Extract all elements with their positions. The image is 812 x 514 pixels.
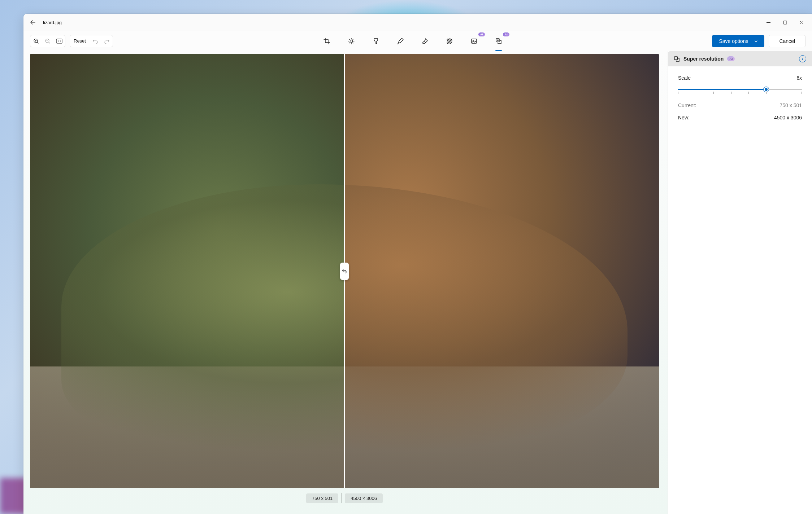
zoom-actual-button[interactable]: 1:1 — [53, 35, 65, 47]
new-label: New: — [678, 115, 690, 120]
super-resolution-tool[interactable]: AI — [491, 34, 507, 48]
info-button[interactable]: i — [799, 55, 806, 62]
toolbar: 1:1 Reset — [23, 31, 812, 51]
cancel-button-label: Cancel — [779, 38, 795, 44]
svg-text:1:1: 1:1 — [57, 40, 61, 43]
original-dimensions: 750 x 501 — [306, 493, 338, 503]
scale-slider[interactable] — [678, 85, 802, 94]
new-size-row: New: 4500 x 3006 — [678, 115, 802, 120]
new-value: 4500 x 3006 — [774, 115, 802, 120]
image-ai-icon — [471, 38, 477, 44]
svg-rect-0 — [783, 21, 787, 24]
zoom-out-button[interactable] — [42, 35, 53, 47]
panel-header: Super resolution AI i — [668, 51, 812, 66]
redo-icon — [104, 38, 110, 44]
crop-icon — [324, 38, 330, 44]
compare-handle[interactable] — [340, 263, 349, 280]
filter-icon — [373, 38, 379, 44]
markup-tool[interactable] — [392, 34, 408, 48]
dimension-labels: 750 x 501 4500 × 3006 — [30, 491, 659, 505]
zoom-group: 1:1 — [30, 35, 65, 47]
current-size-row: Current: 750 x 501 — [678, 102, 802, 108]
arrow-left-icon — [30, 19, 36, 25]
filter-tool[interactable] — [368, 34, 384, 48]
svg-point-5 — [350, 40, 352, 42]
maximize-button[interactable] — [777, 17, 793, 28]
save-button-label: Save options — [719, 38, 748, 44]
undo-button[interactable] — [90, 35, 101, 47]
pen-icon — [397, 38, 404, 44]
eraser-icon — [422, 38, 428, 44]
scale-label: Scale — [678, 75, 691, 81]
side-panel: Super resolution AI i Scale 6x — [668, 51, 812, 514]
super-resolution-icon — [495, 38, 502, 44]
zoom-out-icon — [45, 38, 51, 44]
ai-badge: AI — [478, 32, 485, 36]
redo-button[interactable] — [101, 35, 113, 47]
swap-icon — [342, 268, 347, 274]
filename-label: lizard.jpg — [43, 20, 62, 25]
undo-icon — [92, 38, 98, 44]
zoom-in-button[interactable] — [30, 35, 42, 47]
save-options-button[interactable]: Save options — [712, 35, 764, 47]
slider-ticks — [678, 92, 802, 94]
minimize-icon — [767, 21, 770, 25]
window-controls — [760, 17, 810, 28]
titlebar: lizard.jpg — [23, 14, 812, 31]
current-label: Current: — [678, 102, 696, 108]
minimize-button[interactable] — [760, 17, 777, 28]
background-tool[interactable] — [442, 34, 457, 48]
generative-erase-tool[interactable]: AI — [466, 34, 482, 48]
close-button[interactable] — [793, 17, 810, 28]
crop-tool[interactable] — [319, 34, 335, 48]
reset-button[interactable]: Reset — [70, 35, 90, 47]
dimension-separator — [341, 493, 342, 503]
panel-title: Super resolution — [683, 56, 724, 62]
compare-slider[interactable] — [344, 54, 345, 488]
current-value: 750 x 501 — [780, 102, 802, 108]
close-icon — [800, 21, 804, 25]
panel-body: Scale 6x Current: 750 x 501 New: — [668, 66, 812, 129]
edit-tools: AI AI — [319, 34, 507, 48]
content-area: 750 x 501 4500 × 3006 Super resolution A… — [23, 51, 812, 514]
chevron-down-icon — [754, 39, 758, 43]
svg-rect-9 — [674, 56, 678, 60]
background-icon — [446, 38, 453, 44]
new-dimensions: 4500 × 3006 — [345, 493, 383, 503]
scale-value: 6x — [796, 75, 802, 81]
actual-size-icon: 1:1 — [56, 39, 62, 44]
canvas-area: 750 x 501 4500 × 3006 — [23, 51, 668, 514]
zoom-in-icon — [33, 38, 39, 44]
super-resolution-icon — [674, 56, 680, 62]
brightness-icon — [348, 38, 355, 44]
svg-point-7 — [473, 40, 474, 41]
maximize-icon — [783, 21, 787, 25]
ai-badge: AI — [503, 32, 509, 36]
erase-tool[interactable] — [417, 34, 433, 48]
slider-fill — [678, 89, 766, 90]
adjust-tool[interactable] — [343, 34, 359, 48]
back-button[interactable] — [26, 16, 40, 29]
ai-badge: AI — [727, 56, 735, 61]
photos-editor-window: lizard.jpg 1:1 Re — [23, 14, 812, 514]
image-compare[interactable] — [30, 54, 659, 488]
history-group: Reset — [70, 35, 113, 47]
cancel-button[interactable]: Cancel — [769, 35, 806, 47]
slider-thumb[interactable] — [764, 87, 769, 92]
